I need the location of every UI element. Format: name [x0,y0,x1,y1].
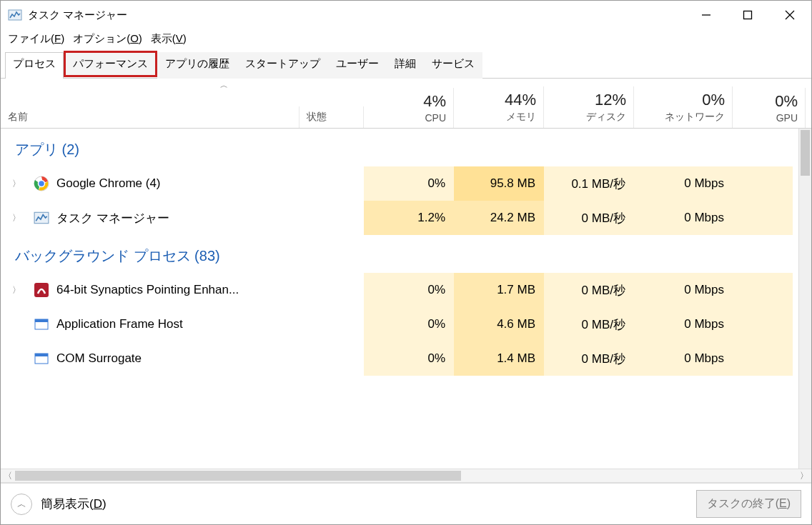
fewer-details-label[interactable]: 簡易表示(D) [41,496,107,512]
column-gpu[interactable]: 0% GPU [733,88,806,128]
horizontal-scrollbar[interactable]: 〈 〉 [1,469,811,483]
chrome-icon [34,176,49,191]
table-row[interactable]: 〉 Google Chrome (4) 0% 95.8 MB 0.1 MB/秒 … [1,166,811,201]
process-name: Application Frame Host [56,317,183,331]
chevron-right-icon[interactable]: 〉 [12,178,26,190]
chevron-up-icon: ︿ [17,498,26,511]
cpu-usage-pct: 4% [371,92,446,111]
net-cell: 0 Mbps [634,307,733,341]
window-app-icon [34,316,49,332]
tab-services[interactable]: サービス [424,52,482,79]
tab-details[interactable]: 詳細 [387,52,424,79]
disk-usage-pct: 12% [551,91,626,109]
table-row[interactable]: 〉 COM Surrogate 0% 1.4 MB 0 MB/秒 0 Mbps [1,341,811,376]
process-name: 64-bit Synaptics Pointing Enhan... [56,283,239,297]
window-title: タスク マネージャー [28,9,127,22]
titlebar: タスク マネージャー [1,1,811,29]
svg-point-7 [39,181,45,187]
column-disk-label: ディスク [551,111,626,124]
mem-cell: 1.7 MB [454,273,544,307]
gpu-usage-pct: 0% [740,92,798,111]
process-name: COM Surrogate [56,351,142,366]
maximize-button[interactable] [727,1,768,29]
group-apps[interactable]: アプリ (2) [1,129,811,166]
column-cpu[interactable]: 4% CPU [364,88,454,128]
window-app-icon [34,351,49,366]
sort-caret-icon: ︿ [220,80,228,91]
cpu-cell: 1.2% [364,201,454,235]
tab-processes[interactable]: プロセス [5,52,64,79]
net-cell: 0 Mbps [634,341,733,376]
chevron-right-icon[interactable]: 〉 [12,212,26,224]
disk-cell: 0 MB/秒 [544,273,634,307]
mem-cell: 95.8 MB [454,166,544,201]
column-status[interactable]: 状態 [299,106,364,128]
net-cell: 0 Mbps [634,201,733,235]
column-network-label: ネットワーク [641,111,725,124]
table-row[interactable]: 〉 64-bit Synaptics Pointing Enhan... 0% … [1,273,811,307]
tab-startup[interactable]: スタートアップ [237,52,328,79]
tab-performance[interactable]: パフォーマンス [64,51,157,77]
tab-strip: プロセス パフォーマンス アプリの履歴 スタートアップ ユーザー 詳細 サービス [1,49,811,79]
column-network[interactable]: 0% ネットワーク [634,86,733,128]
tab-users[interactable]: ユーザー [328,52,387,79]
svg-rect-2 [744,11,752,19]
cpu-cell: 0% [364,273,454,307]
disk-cell: 0 MB/秒 [544,201,634,235]
cpu-cell: 0% [364,307,454,341]
disk-cell: 0 MB/秒 [544,307,634,341]
mem-cell: 4.6 MB [454,307,544,341]
column-disk[interactable]: 12% ディスク [544,86,634,128]
cpu-cell: 0% [364,341,454,376]
group-background[interactable]: バックグラウンド プロセス (83) [1,235,811,273]
table-row[interactable]: 〉 Application Frame Host 0% 4.6 MB 0 MB/… [1,307,811,341]
fewer-details-button[interactable]: ︿ [11,494,32,515]
footer: ︿ 簡易表示(D) タスクの終了(E) [1,483,811,524]
column-gpu-label: GPU [740,112,798,124]
table-row[interactable]: 〉 タスク マネージャー 1.2% 24.2 MB 0 MB/秒 0 Mbps [1,201,811,235]
taskmgr-icon [8,8,22,22]
vertical-scrollbar[interactable] [798,129,811,469]
close-button[interactable] [768,1,811,29]
menu-view[interactable]: 表示(V) [151,32,187,46]
chevron-right-icon[interactable]: 〉 [12,284,26,296]
mem-cell: 24.2 MB [454,201,544,235]
scroll-right-arrow[interactable]: 〉 [797,470,811,482]
column-header-row: 名前 ︿ 状態 4% CPU 44% メモリ 12% ディスク 0% ネットワー… [1,79,811,129]
column-cpu-label: CPU [371,112,446,124]
process-name: Google Chrome (4) [56,176,161,191]
column-name[interactable]: 名前 ︿ [1,106,299,128]
scrollbar-thumb[interactable] [801,130,810,176]
minimize-button[interactable] [685,1,727,29]
mem-cell: 1.4 MB [454,341,544,376]
taskmgr-icon [34,210,49,226]
scroll-left-arrow[interactable]: 〈 [1,470,15,482]
net-cell: 0 Mbps [634,273,733,307]
synaptics-icon [34,282,49,298]
mem-usage-pct: 44% [461,91,536,109]
menu-file[interactable]: ファイル(F) [8,32,64,46]
column-memory-label: メモリ [461,111,536,124]
end-task-button[interactable]: タスクの終了(E) [696,490,801,518]
column-name-label: 名前 [8,111,28,124]
column-status-label: 状態 [307,111,356,124]
process-list: アプリ (2) 〉 Google Chrome (4) 0% 95.8 MB 0… [1,129,811,469]
menu-options[interactable]: オプション(O) [73,32,142,46]
tab-app-history[interactable]: アプリの履歴 [157,52,237,79]
net-cell: 0 Mbps [634,166,733,201]
menubar: ファイル(F) オプション(O) 表示(V) [1,29,811,49]
svg-rect-11 [35,319,48,322]
process-name: タスク マネージャー [56,210,169,226]
disk-cell: 0 MB/秒 [544,341,634,376]
svg-rect-13 [35,354,48,356]
scrollbar-thumb[interactable] [15,471,461,481]
cpu-cell: 0% [364,166,454,201]
column-memory[interactable]: 44% メモリ [454,86,544,128]
disk-cell: 0.1 MB/秒 [544,166,634,201]
net-usage-pct: 0% [641,91,725,109]
